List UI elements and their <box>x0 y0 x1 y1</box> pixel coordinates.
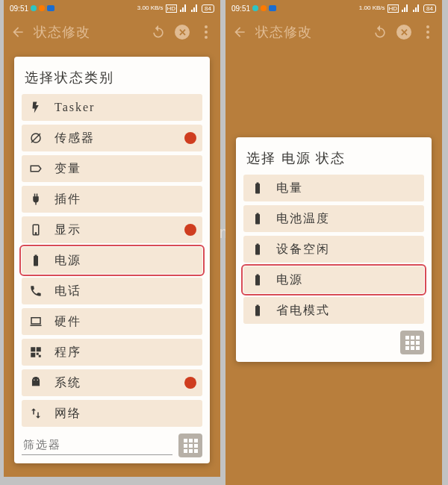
rotate-icon <box>28 130 44 146</box>
list-item-设备空闲[interactable]: 设备空闲 <box>243 236 424 263</box>
svg-point-3 <box>35 233 37 234</box>
list-item-label: 电源 <box>55 253 196 269</box>
svg-point-11 <box>34 380 35 381</box>
list-item-网络[interactable]: 网络 <box>22 400 202 427</box>
category-dialog: 选择状态类别 Tasker传感器变量插件显示电源电话硬件程序系统网络 <box>14 57 210 463</box>
plug-icon <box>28 191 44 207</box>
list-item-硬件[interactable]: 硬件 <box>22 308 202 335</box>
grid-toggle-button[interactable] <box>178 434 202 457</box>
list-item-显示[interactable]: 显示 <box>22 216 202 243</box>
laptop-icon <box>28 313 44 330</box>
appbar-title: 状态修改 <box>255 23 364 41</box>
list-item-变量[interactable]: 变量 <box>22 155 202 182</box>
tag-icon <box>28 160 44 177</box>
battery-icon: 84 <box>423 4 436 13</box>
list-item-label: 插件 <box>55 192 196 207</box>
list-item-省电模式[interactable]: 省电模式 <box>243 297 424 324</box>
phone-device-icon <box>28 222 44 238</box>
undo-button[interactable] <box>372 24 388 40</box>
svg-rect-9 <box>37 353 39 355</box>
list-item-label: 电源 <box>276 272 418 288</box>
list-item-label: 电话 <box>55 284 196 299</box>
status-netspeed: 3.00 KB/s <box>137 5 164 11</box>
signal-icon <box>179 4 188 13</box>
undo-button[interactable] <box>150 24 167 40</box>
signal-icon <box>401 4 410 13</box>
list-item-电池温度[interactable]: 电池温度 <box>243 205 424 232</box>
dialog-scrim: 选择 电源 状态 电量电池温度设备空闲电源省电模式 <box>225 48 442 484</box>
more-button[interactable] <box>420 24 436 40</box>
battery-icon <box>249 180 266 196</box>
list-item-label: 设备空闲 <box>276 242 418 257</box>
filter-row <box>243 328 424 354</box>
dialog-title: 选择 电源 状态 <box>243 145 424 175</box>
list-item-电量[interactable]: 电量 <box>243 175 424 201</box>
call-icon <box>28 283 44 299</box>
list-item-label: 电池温度 <box>276 211 418 227</box>
status-app-icon <box>47 5 55 11</box>
list-item-程序[interactable]: 程序 <box>22 339 202 366</box>
list-item-label: 系统 <box>55 375 196 391</box>
list-item-label: 硬件 <box>55 314 196 330</box>
list-item-label: 显示 <box>55 222 196 238</box>
list-item-传感器[interactable]: 传感器 <box>22 125 202 151</box>
battery-icon <box>28 252 44 269</box>
filter-row <box>22 431 202 457</box>
status-netspeed: 1.00 KB/s <box>359 5 385 11</box>
svg-rect-10 <box>39 355 41 357</box>
alert-badge <box>184 132 196 144</box>
app-bar: 状态修改 ✕ <box>225 16 442 48</box>
list-item-插件[interactable]: 插件 <box>22 186 202 213</box>
phone-right: 09:51 1.00 KB/s HD 84 状态修改 ✕ 选择 电源 状态 电量… <box>225 0 442 485</box>
alert-badge <box>184 377 196 389</box>
status-dot-icon <box>31 5 37 11</box>
status-dot-icon <box>39 5 45 11</box>
status-hd-icon: HD <box>388 4 399 13</box>
dialog-title: 选择状态类别 <box>22 64 202 94</box>
status-bar: 09:51 3.00 KB/s HD 84 <box>4 0 220 16</box>
alert-badge <box>184 224 196 236</box>
bolt-icon <box>28 99 44 116</box>
filter-input[interactable] <box>22 436 172 455</box>
svg-rect-7 <box>37 347 41 351</box>
list-item-系统[interactable]: 系统 <box>22 369 202 396</box>
list-item-label: 变量 <box>55 161 196 177</box>
close-button[interactable]: ✕ <box>396 24 412 40</box>
status-time: 09:51 <box>231 4 250 13</box>
android-icon <box>28 375 44 391</box>
list-item-电源[interactable]: 电源 <box>243 266 424 293</box>
close-button[interactable]: ✕ <box>174 24 190 40</box>
battery-icon <box>249 241 266 257</box>
swap-icon <box>28 405 44 422</box>
svg-point-12 <box>37 380 39 381</box>
svg-rect-4 <box>31 318 40 324</box>
back-button[interactable] <box>10 24 26 40</box>
signal-icon <box>190 4 199 13</box>
status-app-icon <box>269 5 276 11</box>
battery-icon: 84 <box>202 4 214 13</box>
svg-rect-8 <box>31 353 35 357</box>
more-button[interactable] <box>198 24 214 40</box>
status-hd-icon: HD <box>166 4 178 13</box>
status-dot-icon <box>252 5 258 11</box>
list-item-label: Tasker <box>55 101 196 114</box>
list-item-label: 电量 <box>276 181 418 196</box>
grid-toggle-button[interactable] <box>400 331 424 354</box>
back-button[interactable] <box>231 24 248 40</box>
battery-icon <box>249 210 266 227</box>
list-item-label: 网络 <box>55 406 196 422</box>
phone-left: 09:51 3.00 KB/s HD 84 状态修改 ✕ 选择状态类别 Task… <box>4 0 220 477</box>
status-dot-icon <box>261 5 267 11</box>
battery-icon <box>249 272 266 288</box>
list-item-label: 程序 <box>55 345 196 360</box>
list-item-电话[interactable]: 电话 <box>22 278 202 304</box>
appbar-title: 状态修改 <box>34 23 143 41</box>
status-time: 09:51 <box>10 4 28 13</box>
list-item-label: 省电模式 <box>276 303 418 319</box>
list-item-label: 传感器 <box>55 131 196 146</box>
svg-rect-6 <box>31 347 35 351</box>
list-item-电源[interactable]: 电源 <box>22 247 202 274</box>
app-bar: 状态修改 ✕ <box>4 16 220 48</box>
signal-icon <box>412 4 421 13</box>
list-item-tasker[interactable]: Tasker <box>22 94 202 121</box>
